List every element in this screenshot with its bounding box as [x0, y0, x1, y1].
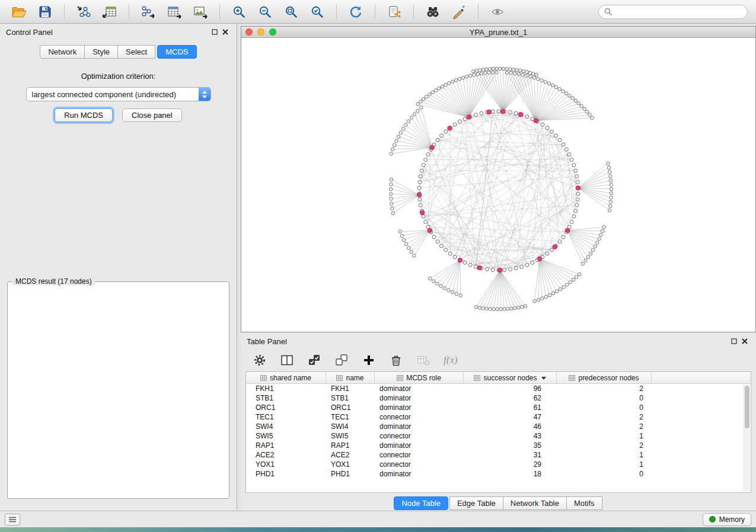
- column-header-successor-nodes[interactable]: successor nodes: [464, 372, 557, 384]
- column-sort-icon: [569, 375, 575, 381]
- table-cell: connector: [375, 412, 464, 422]
- tab-node-table[interactable]: Node Table: [394, 496, 448, 510]
- network-graph[interactable]: [241, 38, 755, 332]
- table-scrollbar[interactable]: [744, 384, 750, 492]
- close-table-panel-button[interactable]: [739, 336, 750, 346]
- trash-icon: [390, 354, 403, 367]
- export-image-button[interactable]: [190, 2, 211, 21]
- table-cell: 2: [557, 384, 652, 393]
- zoom-out-icon: [258, 5, 272, 19]
- table-row[interactable]: RAP1RAP1dominator352: [246, 441, 751, 450]
- columns-icon: [280, 354, 294, 367]
- table-row[interactable]: SWI5SWI5connector431: [246, 431, 751, 441]
- layout-refresh-button[interactable]: [345, 2, 366, 21]
- column-sort-icon: [474, 375, 480, 381]
- tab-select[interactable]: Select: [117, 45, 155, 59]
- desktop-background: [0, 527, 756, 532]
- mcds-node-item[interactable]: PHD1: [14, 293, 223, 295]
- export-table-button[interactable]: [164, 2, 185, 21]
- add-column-button[interactable]: [362, 353, 376, 367]
- criterion-select[interactable]: largest connected component (undirected): [26, 87, 211, 101]
- minimize-window-icon[interactable]: [257, 28, 264, 36]
- deselect-all-button[interactable]: [334, 353, 349, 367]
- table-cell: dominator: [375, 384, 464, 393]
- delete-table-button[interactable]: [416, 353, 430, 367]
- zoom-fit-button[interactable]: [280, 2, 302, 21]
- application-window: Control Panel NetworkStyleSelectMCDS Opt…: [0, 0, 756, 532]
- table-cell: 31: [464, 450, 557, 460]
- save-session-button[interactable]: [34, 2, 56, 21]
- table-row[interactable]: ORC1ORC1dominator610: [246, 403, 751, 412]
- scrollbar-thumb[interactable]: [745, 386, 749, 428]
- table-cell: PHD1: [246, 469, 326, 479]
- column-header-MCDS-role[interactable]: MCDS role: [375, 372, 464, 384]
- main-toolbar: [0, 0, 756, 24]
- tab-mcds[interactable]: MCDS: [157, 45, 196, 59]
- criterion-selected-value: largest connected component (undirected): [27, 90, 199, 99]
- table-row[interactable]: FKH1FKH1dominator962: [246, 384, 751, 393]
- control-panel-tabs: NetworkStyleSelectMCDS: [0, 40, 237, 66]
- table-cell: 0: [557, 469, 652, 479]
- find-button[interactable]: [422, 2, 444, 21]
- zoom-out-button[interactable]: [254, 2, 276, 21]
- table-row[interactable]: YOX1YOX1connector291: [246, 460, 751, 469]
- close-panel-button[interactable]: [220, 27, 231, 37]
- mcds-result-list[interactable]: PHD1CAR1STP4TID3YOX1SWI4SRD1PMA2FKH1ACE2…: [9, 291, 228, 295]
- table-cell: connector: [375, 450, 464, 460]
- toolbar-separator: [129, 4, 129, 20]
- float-table-panel-button[interactable]: [729, 336, 739, 346]
- close-icon: [222, 29, 228, 35]
- task-history-button[interactable]: [5, 514, 20, 525]
- table-row[interactable]: PHD1PHD1dominator180: [246, 469, 751, 479]
- tab-edge-table[interactable]: Edge Table: [449, 496, 503, 510]
- zoom-selected-button[interactable]: [307, 2, 328, 21]
- save-floppy-icon: [38, 5, 52, 19]
- tab-motifs[interactable]: Motifs: [566, 496, 602, 510]
- tab-network-table[interactable]: Network Table: [503, 496, 567, 510]
- toolbar-separator: [375, 4, 375, 20]
- delete-column-button[interactable]: [389, 353, 403, 367]
- toolbar-separator: [413, 4, 414, 20]
- table-cell: dominator: [375, 403, 464, 412]
- search-input[interactable]: [615, 8, 742, 16]
- import-network-button[interactable]: [73, 2, 94, 21]
- memory-button[interactable]: Memory: [703, 513, 751, 526]
- network-share-button[interactable]: [384, 2, 405, 21]
- table-row[interactable]: TEC1TEC1connector472: [246, 412, 751, 422]
- column-header-predecessor-nodes[interactable]: predecessor nodes: [557, 372, 652, 384]
- table-row[interactable]: ACE2ACE2connector311: [246, 450, 751, 460]
- import-network-icon: [76, 5, 91, 19]
- table-cell: 61: [464, 403, 557, 412]
- memory-status-icon: [709, 516, 716, 523]
- show-columns-button[interactable]: [280, 353, 294, 367]
- table-options-button[interactable]: [253, 353, 267, 367]
- column-header-shared-name[interactable]: shared name: [246, 372, 326, 384]
- document-share-icon: [387, 5, 402, 19]
- export-network-button[interactable]: [138, 2, 159, 21]
- close-panel-action-button[interactable]: Close panel: [122, 108, 182, 122]
- select-all-icon: [308, 354, 321, 367]
- network-canvas[interactable]: [241, 38, 755, 332]
- toggle-details-button[interactable]: [487, 2, 508, 21]
- node-table: shared namenameMCDS rolesuccessor nodesp…: [245, 371, 751, 493]
- style-pen-button[interactable]: [448, 2, 470, 21]
- search-box[interactable]: [598, 5, 748, 19]
- table-row[interactable]: SWI4SWI4dominator462: [246, 422, 751, 431]
- open-file-button[interactable]: [8, 2, 30, 21]
- zoom-in-button[interactable]: [228, 2, 250, 21]
- maximize-window-icon[interactable]: [269, 28, 276, 36]
- import-table-button[interactable]: [99, 2, 120, 21]
- table-row[interactable]: STB1STB1dominator620: [246, 393, 751, 403]
- run-mcds-button[interactable]: Run MCDS: [55, 108, 113, 122]
- tab-network[interactable]: Network: [40, 45, 85, 59]
- function-builder-label[interactable]: f(x): [444, 354, 458, 366]
- table-cell: ORC1: [246, 403, 326, 412]
- close-window-icon[interactable]: [245, 28, 253, 36]
- float-panel-button[interactable]: [209, 27, 220, 37]
- column-header-name[interactable]: name: [326, 372, 375, 384]
- toolbar-separator: [478, 4, 479, 20]
- tab-style[interactable]: Style: [84, 45, 118, 59]
- network-titlebar[interactable]: YPA_prune.txt_1: [241, 27, 755, 38]
- select-all-button[interactable]: [307, 353, 321, 367]
- column-menu-icon[interactable]: [541, 377, 546, 380]
